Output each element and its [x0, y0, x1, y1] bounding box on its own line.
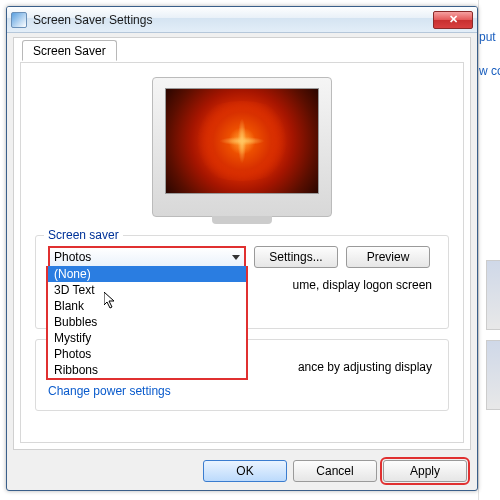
option-mystify[interactable]: Mystify [48, 330, 246, 346]
monitor-preview [152, 77, 332, 217]
apply-button[interactable]: Apply [383, 460, 467, 482]
bg-link-1[interactable]: put [479, 30, 500, 44]
ok-button[interactable]: OK [203, 460, 287, 482]
bg-thumb-2[interactable] [486, 340, 500, 410]
window-title: Screen Saver Settings [33, 13, 433, 27]
screensaver-dropdown: (None) 3D Text Blank Bubbles Mystify Pho… [46, 266, 248, 380]
titlebar[interactable]: Screen Saver Settings ✕ [7, 7, 477, 33]
preview-area [21, 63, 463, 235]
combo-value: Photos [54, 250, 91, 264]
preview-button[interactable]: Preview [346, 246, 430, 268]
option-ribbons[interactable]: Ribbons [48, 362, 246, 378]
option-none[interactable]: (None) [48, 266, 246, 282]
app-icon [11, 12, 27, 28]
client-area: Screen Saver Screen saver Photos [13, 37, 471, 450]
settings-button[interactable]: Settings... [254, 246, 338, 268]
tab-screen-saver[interactable]: Screen Saver [22, 40, 117, 61]
screensaver-combo[interactable]: Photos [48, 246, 246, 268]
selector-row: Photos (None) 3D Text Blank Bubbles Myst… [48, 246, 436, 268]
preview-image [165, 88, 319, 194]
close-button[interactable]: ✕ [433, 11, 473, 29]
group-title: Screen saver [44, 228, 123, 242]
option-bubbles[interactable]: Bubbles [48, 314, 246, 330]
svg-marker-0 [104, 292, 114, 308]
button-bar: OK Cancel Apply [203, 460, 467, 482]
option-blank[interactable]: Blank [48, 298, 246, 314]
change-power-settings-link[interactable]: Change power settings [48, 384, 171, 398]
tabstrip: Screen Saver [22, 37, 117, 59]
screen-saver-group: Screen saver Photos (None) 3D Text Blank… [35, 235, 449, 329]
bg-link-2[interactable]: w col [479, 64, 500, 78]
screensaver-combo-wrap: Photos (None) 3D Text Blank Bubbles Myst… [48, 246, 246, 268]
option-photos[interactable]: Photos [48, 346, 246, 362]
bg-thumb-1[interactable] [486, 260, 500, 330]
option-3d-text[interactable]: 3D Text [48, 282, 246, 298]
cancel-button[interactable]: Cancel [293, 460, 377, 482]
background-sidebar: put w col [478, 0, 500, 500]
chevron-down-icon [232, 255, 240, 260]
tab-body: Screen saver Photos (None) 3D Text Blank… [20, 62, 464, 443]
screen-saver-dialog: Screen Saver Settings ✕ Screen Saver Scr… [6, 6, 478, 491]
